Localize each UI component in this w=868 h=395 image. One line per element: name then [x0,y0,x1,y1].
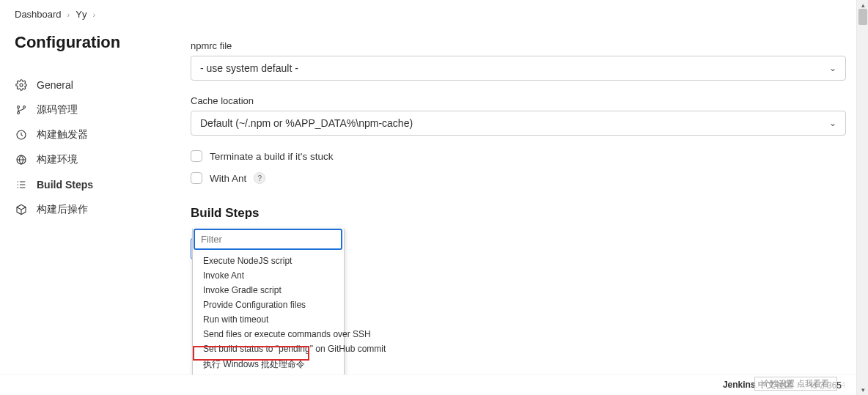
terminate-label: Terminate a build if it's stuck [210,151,333,162]
sidebar-item-post-build[interactable]: 构建后操作 [15,197,169,222]
breadcrumb-item-project[interactable]: Yy [76,9,87,20]
svg-point-0 [20,84,23,86]
build-step-options: Execute NodeJS script Invoke Ant Invoke … [193,251,344,395]
gear-icon [15,78,28,92]
chevron-right-icon: › [67,10,70,19]
breadcrumb: Dashboard › Yy › [0,0,868,26]
option-invoke-gradle[interactable]: Invoke Gradle script [193,283,344,298]
sidebar: Configuration General 源码管理 构建触发器 构建环境 [15,26,169,259]
breadcrumb-item-dashboard[interactable]: Dashboard [15,9,62,20]
cache-field: Cache location Default (~/.npm or %APP_D… [191,95,846,136]
add-step-dropdown: Execute NodeJS script Invoke Ant Invoke … [192,229,345,395]
option-send-ssh[interactable]: Send files or execute commands over SSH [193,327,344,342]
globe-icon [15,153,28,166]
sidebar-item-label: Build Steps [37,179,93,191]
help-icon[interactable]: ? [254,172,265,184]
npmrc-value: - use system default - [200,62,298,74]
npmrc-field: npmrc file - use system default - ⌄ [191,40,846,81]
sidebar-item-label: 源码管理 [37,103,78,117]
filter-input[interactable] [194,229,342,250]
chevron-down-icon: ⌄ [829,118,836,128]
scrollbar[interactable]: ▴ ▾ [856,0,868,395]
sidebar-item-label: 构建触发器 [37,128,88,141]
scrollbar-thumb[interactable] [858,9,867,25]
main-content: npmrc file - use system default - ⌄ Cach… [169,26,868,259]
cache-label: Cache location [191,95,846,106]
sidebar-item-source[interactable]: 源码管理 [15,97,169,122]
svg-point-3 [23,106,26,108]
option-github-pending[interactable]: Set build status to "pending" on GitHub … [193,342,344,356]
sidebar-item-triggers[interactable]: 构建触发器 [15,122,169,147]
svg-point-2 [18,112,20,114]
cache-select[interactable]: Default (~/.npm or %APP_DATA%\npm-cache)… [191,111,846,136]
option-invoke-ant[interactable]: Invoke Ant [193,268,344,283]
terminate-checkbox-row[interactable]: Terminate a build if it's stuck [191,150,846,162]
clock-icon [15,128,28,141]
with-ant-checkbox-row[interactable]: With Ant ? [191,172,846,184]
cube-icon [15,203,28,216]
sidebar-item-build-steps[interactable]: Build Steps [15,172,169,197]
sidebar-item-label: 构建后操作 [37,203,88,216]
option-provide-config[interactable]: Provide Configuration files [193,298,344,312]
sidebar-item-label: 构建环境 [37,153,78,166]
svg-point-1 [18,106,20,108]
with-ant-label: With Ant [210,173,246,184]
sidebar-item-environment[interactable]: 构建环境 [15,147,169,172]
npmrc-label: npmrc file [191,40,846,51]
npmrc-select[interactable]: - use system default - ⌄ [191,56,846,81]
branch-icon [15,103,28,117]
option-execute-nodejs[interactable]: Execute NodeJS script [193,254,344,268]
scroll-down-icon[interactable]: ▾ [859,386,867,394]
cache-value: Default (~/.npm or %APP_DATA%\npm-cache) [200,117,413,129]
footer: Jenkins 中文社区 is 2.365 [0,374,856,395]
option-run-timeout[interactable]: Run with timeout [193,312,344,327]
list-icon [15,178,28,191]
sidebar-item-general[interactable]: General [15,73,169,97]
with-ant-checkbox[interactable] [191,172,202,184]
terminate-checkbox[interactable] [191,150,202,162]
build-steps-heading: Build Steps [191,206,846,221]
chevron-down-icon: ⌄ [829,63,836,73]
page-title: Configuration [15,33,169,52]
option-windows-batch[interactable]: 执行 Windows 批处理命令 [193,356,344,373]
chevron-right-icon: › [92,10,95,19]
scroll-up-icon[interactable]: ▴ [859,1,867,9]
watermark-box: 个性设置 点我看看 [754,377,837,391]
sidebar-item-label: General [37,79,73,91]
